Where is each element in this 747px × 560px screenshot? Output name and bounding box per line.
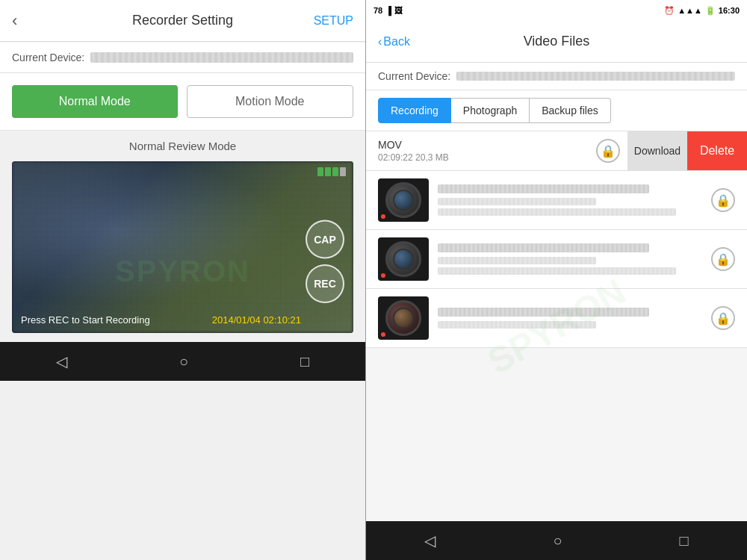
- file-list: SPYRON MOV 02:09:22 20,3 MB 🔒 Download D…: [366, 131, 747, 521]
- file-title-2: [438, 184, 649, 193]
- lens-3: [378, 237, 429, 281]
- file-thumb-4: [378, 296, 429, 340]
- right-device-label: Current Device:: [378, 70, 450, 82]
- normal-mode-button[interactable]: Normal Mode: [12, 85, 178, 118]
- file-item-2: 🔒: [366, 171, 747, 230]
- file-first-info: MOV 02:09:22 20,3 MB: [378, 139, 449, 163]
- lens-2: [378, 178, 429, 222]
- lens-4: [378, 296, 429, 340]
- delete-button[interactable]: Delete: [687, 131, 747, 170]
- battery-bar-2: [325, 167, 331, 176]
- back-chevron-icon: ‹: [378, 35, 382, 49]
- left-phone: ‹ Recorder Setting SETUP Current Device:…: [0, 0, 366, 560]
- video-press-text: Press REC to Start Recording: [21, 314, 150, 326]
- status-sim-icon: ▐: [385, 6, 391, 15]
- tab-row: Recording Photograph Backup files: [366, 90, 747, 131]
- file-item-4: 🔒: [366, 289, 747, 348]
- back-label[interactable]: Back: [383, 35, 410, 49]
- right-device-name: [456, 72, 735, 81]
- status-photo-icon: 🖼: [394, 6, 403, 15]
- tab-recording[interactable]: Recording: [378, 98, 451, 123]
- battery-bar-3: [332, 167, 338, 176]
- status-left-icons: 78 ▐ 🖼: [374, 6, 403, 15]
- lens-inner-3: [393, 249, 414, 270]
- file-thumb-2: [378, 178, 429, 222]
- file-info-4: [438, 308, 702, 329]
- status-number: 78: [374, 6, 382, 15]
- file-thumb-3: [378, 237, 429, 281]
- right-header: ‹ Back Video Files: [366, 21, 747, 63]
- red-dot-2: [381, 214, 385, 219]
- file-first-meta: 02:09:22 20,3 MB: [378, 152, 449, 163]
- left-device-label: Current Device:: [12, 52, 84, 63]
- battery-icon: 🔋: [705, 6, 716, 16]
- signal-icon: ▲▲▲: [678, 6, 702, 15]
- right-nav-back[interactable]: ◁: [409, 526, 450, 556]
- file-info-3: [438, 243, 702, 275]
- file-sub-3: [438, 257, 596, 264]
- lens-outer-4: [385, 300, 421, 336]
- file-sub-4: [438, 321, 596, 329]
- left-device-name: [90, 52, 353, 63]
- mode-buttons-container: Normal Mode Motion Mode: [0, 73, 365, 131]
- lens-outer-2: [385, 182, 421, 218]
- left-header-title: Recorder Setting: [132, 13, 233, 28]
- status-right-icons: ⏰ ▲▲▲ 🔋 16:30: [664, 6, 740, 16]
- file-first-name: MOV: [378, 139, 449, 151]
- status-bar: 78 ▐ 🖼 ⏰ ▲▲▲ 🔋 16:30: [366, 0, 747, 21]
- left-nav-back[interactable]: ◁: [41, 346, 82, 376]
- right-header-title: Video Files: [524, 34, 590, 49]
- right-back-button[interactable]: ‹ Back: [378, 35, 410, 49]
- file-first-lock-icon[interactable]: 🔒: [596, 139, 620, 163]
- review-mode-label: Normal Review Mode: [0, 131, 365, 161]
- left-back-button[interactable]: ‹: [12, 11, 17, 31]
- left-setup-button[interactable]: SETUP: [314, 14, 353, 28]
- left-nav-home[interactable]: ○: [164, 347, 203, 376]
- tab-photograph[interactable]: Photograph: [451, 98, 530, 123]
- tab-backup-files[interactable]: Backup files: [530, 98, 610, 123]
- file-item-3: 🔒: [366, 230, 747, 289]
- file-title-4: [438, 308, 649, 317]
- right-device-row: Current Device:: [366, 63, 747, 90]
- left-nav-recent[interactable]: □: [285, 347, 324, 376]
- file-sub2-2: [438, 208, 676, 216]
- video-pixelated-overlay: [12, 161, 353, 333]
- video-timestamp: 2014/01/04 02:10:21: [212, 314, 301, 326]
- file-sub-2: [438, 198, 596, 205]
- download-button[interactable]: Download: [627, 131, 687, 170]
- status-time: 16:30: [719, 6, 740, 15]
- left-bottom-nav: ◁ ○ □: [0, 342, 365, 381]
- file-lock-2[interactable]: 🔒: [711, 188, 735, 212]
- file-lock-4[interactable]: 🔒: [711, 306, 735, 330]
- battery-indicator: [317, 167, 346, 176]
- rec-button[interactable]: REC: [306, 264, 344, 303]
- right-phone: 78 ▐ 🖼 ⏰ ▲▲▲ 🔋 16:30 ‹ Back Video Files …: [366, 0, 747, 560]
- lens-outer-3: [385, 241, 421, 277]
- file-lock-3[interactable]: 🔒: [711, 247, 735, 271]
- file-item-first: MOV 02:09:22 20,3 MB 🔒 Download Delete: [366, 131, 747, 171]
- left-device-row: Current Device:: [0, 43, 365, 73]
- video-preview: CAP REC Press REC to Start Recording 201…: [12, 161, 353, 333]
- lens-inner-4: [393, 308, 414, 329]
- swipe-actions: Download Delete: [627, 131, 747, 170]
- cap-button[interactable]: CAP: [306, 220, 344, 259]
- battery-bar-4: [340, 167, 346, 176]
- left-header: ‹ Recorder Setting SETUP: [0, 0, 365, 42]
- lens-inner-2: [393, 190, 414, 211]
- motion-mode-button[interactable]: Motion Mode: [187, 85, 354, 118]
- battery-bar-1: [317, 167, 323, 176]
- red-dot-4: [381, 332, 385, 337]
- file-title-3: [438, 243, 649, 252]
- file-info-2: [438, 184, 702, 216]
- right-nav-home[interactable]: ○: [538, 526, 577, 556]
- file-sub2-3: [438, 267, 676, 275]
- red-dot-3: [381, 273, 385, 278]
- right-bottom-nav: ◁ ○ □: [366, 521, 747, 560]
- clock-icon: ⏰: [664, 6, 675, 16]
- right-nav-recent[interactable]: □: [664, 526, 703, 556]
